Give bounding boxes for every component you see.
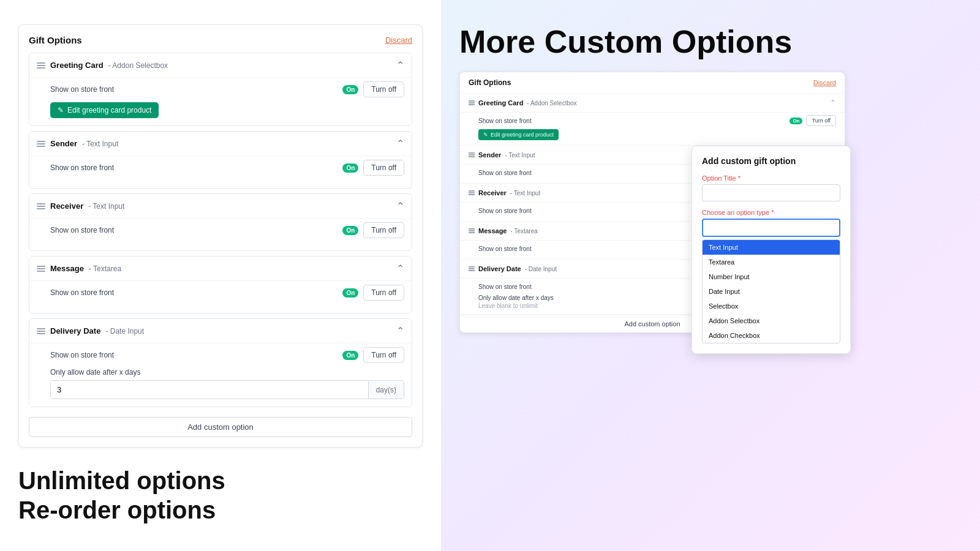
gift-options-card: Gift Options Discard Greeting Card - Add… <box>18 24 423 448</box>
drag-handle-receiver[interactable] <box>37 203 45 209</box>
discard-link[interactable]: Discard <box>385 36 412 45</box>
card-title: Gift Options <box>29 35 82 45</box>
left-panel: Gift Options Discard Greeting Card - Add… <box>0 0 441 551</box>
sender-turn-off-btn[interactable]: Turn off <box>363 160 404 176</box>
right-edit-greeting-btn[interactable]: ✎ Edit greeting card product <box>478 129 559 140</box>
message-body: Show on store front On Turn off <box>29 280 412 313</box>
right-drag-delivery[interactable] <box>469 266 475 271</box>
drag-handle-sender[interactable] <box>37 141 45 147</box>
receiver-on-badge: On <box>342 226 358 235</box>
right-panel: More Custom Options Gift Options Discard… <box>441 0 980 551</box>
greeting-card-chevron[interactable]: ⌃ <box>396 59 404 71</box>
dropdown-option-selectbox[interactable]: Selectbox <box>703 299 840 313</box>
add-custom-modal: Add custom gift option Option Title * Ch… <box>692 146 851 354</box>
receiver-chevron[interactable]: ⌃ <box>396 200 404 212</box>
reorder-options-text: Re-order options <box>18 495 423 525</box>
right-card-title: Gift Options <box>469 78 511 87</box>
drag-handle-message[interactable] <box>37 266 45 272</box>
delivery-date-title: Delivery Date <box>50 326 100 335</box>
right-drag-message[interactable] <box>469 228 475 233</box>
message-title: Message <box>50 264 84 273</box>
option-section-receiver: Receiver - Text Input ⌃ Show on store fr… <box>29 193 412 251</box>
edit-greeting-label: Edit greeting card product <box>67 106 151 114</box>
drag-handle-delivery-date[interactable] <box>37 328 45 334</box>
right-chevron-greeting[interactable]: ⌃ <box>830 99 836 107</box>
dropdown-option-textarea[interactable]: Textarea <box>703 255 840 269</box>
message-type: - Textarea <box>89 264 121 273</box>
receiver-show-label: Show on store front <box>50 226 114 234</box>
sender-on-badge: On <box>342 163 358 173</box>
option-section-message: Message - Textarea ⌃ Show on store front… <box>29 256 412 313</box>
delivery-turn-off-btn[interactable]: Turn off <box>363 347 404 363</box>
dropdown-option-number-input[interactable]: Number Input <box>703 269 840 284</box>
option-section-greeting-card: Greeting Card - Addon Selectbox ⌃ Show o… <box>29 53 412 126</box>
option-header-delivery-date: Delivery Date - Date Input ⌃ <box>29 319 412 343</box>
edit-icon: ✎ <box>58 106 64 114</box>
greeting-card-title: Greeting Card <box>50 61 104 70</box>
message-on-badge: On <box>342 288 358 298</box>
option-type-select-container: Text Input Textarea Number Input Date In… <box>702 219 840 237</box>
sender-body: Show on store front On Turn off <box>29 156 412 188</box>
sender-type: - Text Input <box>82 140 118 148</box>
greeting-card-body: Show on store front On Turn off ✎ Edit g… <box>29 77 412 126</box>
receiver-body: Show on store front On Turn off <box>29 218 412 250</box>
option-header-receiver: Receiver - Text Input ⌃ <box>29 194 412 218</box>
more-custom-title: More Custom Options <box>459 24 792 59</box>
days-suffix: day(s) <box>368 381 404 399</box>
option-type-select[interactable]: Text Input Textarea Number Input Date In… <box>702 219 840 237</box>
receiver-title: Receiver <box>50 201 83 211</box>
sender-title: Sender <box>50 139 77 148</box>
option-header-message: Message - Textarea ⌃ <box>29 257 412 280</box>
right-drag-sender[interactable] <box>469 152 475 157</box>
option-header-greeting-card: Greeting Card - Addon Selectbox ⌃ <box>29 53 412 77</box>
sender-show-label: Show on store front <box>50 163 114 172</box>
right-drag-receiver[interactable] <box>469 190 475 195</box>
dropdown-option-text-input[interactable]: Text Input <box>703 240 840 255</box>
option-section-delivery-date: Delivery Date - Date Input ⌃ Show on sto… <box>29 318 412 407</box>
days-input[interactable] <box>51 381 368 399</box>
option-section-sender: Sender - Text Input ⌃ Show on store fron… <box>29 131 412 189</box>
edit-greeting-card-btn[interactable]: ✎ Edit greeting card product <box>50 102 159 118</box>
message-chevron[interactable]: ⌃ <box>396 263 404 274</box>
right-discard[interactable]: Discard <box>813 79 836 86</box>
drag-handle-greeting-card[interactable] <box>37 62 45 69</box>
delivery-date-body: Show on store front On Turn off Only all… <box>29 343 412 407</box>
card-header: Gift Options Discard <box>29 35 412 45</box>
sender-chevron[interactable]: ⌃ <box>396 138 404 149</box>
receiver-turn-off-btn[interactable]: Turn off <box>363 222 404 238</box>
right-card-header: Gift Options Discard <box>460 72 845 94</box>
delivery-extra-label: Only allow date after x days <box>50 368 404 377</box>
days-input-row: day(s) <box>50 380 404 399</box>
delivery-on-badge: On <box>342 351 358 360</box>
option-title-label: Option Title * <box>702 174 840 182</box>
delivery-show-label: Show on store front <box>50 351 114 359</box>
receiver-type: - Text Input <box>88 202 124 211</box>
right-gift-options-card: Gift Options Discard Greeting Card - Add… <box>459 72 845 333</box>
delivery-date-type: - Date Input <box>105 327 144 335</box>
delivery-date-chevron[interactable]: ⌃ <box>396 325 404 337</box>
unlimited-options-text: Unlimited options <box>18 466 423 495</box>
dropdown-option-date-input[interactable]: Date Input <box>703 284 840 299</box>
greeting-card-type: - Addon Selectbox <box>108 61 168 70</box>
greeting-show-label: Show on store front <box>50 85 114 94</box>
dropdown-option-addon-selectbox[interactable]: Addon Selectbox <box>703 313 840 328</box>
left-bottom-text: Unlimited options Re-order options <box>18 466 423 525</box>
option-type-label: Choose an option type * <box>702 209 840 216</box>
option-type-dropdown: Text Input Textarea Number Input Date In… <box>702 239 840 343</box>
right-option-greeting-card: Greeting Card - Addon Selectbox ⌃ Show o… <box>460 94 845 146</box>
add-custom-option-btn[interactable]: Add custom option <box>29 417 412 437</box>
option-title-input[interactable] <box>702 184 840 201</box>
message-turn-off-btn[interactable]: Turn off <box>363 285 404 301</box>
dropdown-option-addon-checkbox[interactable]: Addon Checkbox <box>703 328 840 343</box>
greeting-turn-off-btn[interactable]: Turn off <box>363 81 404 97</box>
right-drag-greeting[interactable] <box>469 100 475 105</box>
message-show-label: Show on store front <box>50 288 114 297</box>
option-header-sender: Sender - Text Input ⌃ <box>29 132 412 156</box>
modal-title: Add custom gift option <box>702 156 840 166</box>
right-greeting-turn-off[interactable]: Turn off <box>806 115 836 126</box>
greeting-on-badge: On <box>342 85 358 94</box>
